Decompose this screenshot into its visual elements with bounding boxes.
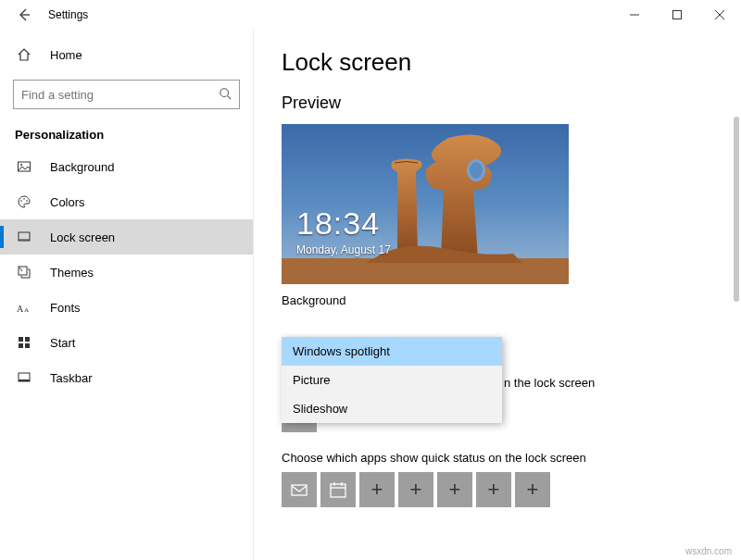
- quick-status-tile-mail[interactable]: [282, 472, 317, 507]
- minimize-icon: [630, 10, 639, 19]
- search-box[interactable]: [13, 80, 240, 109]
- svg-text:A: A: [24, 306, 29, 314]
- search-icon: [219, 87, 232, 103]
- sidebar-item-fonts[interactable]: AA Fonts: [0, 290, 253, 325]
- scrollbar[interactable]: [734, 117, 739, 302]
- quick-status-tile-calendar[interactable]: [320, 472, 356, 507]
- svg-rect-32: [331, 484, 345, 497]
- themes-icon: [15, 263, 33, 281]
- nav-label: Background: [50, 160, 114, 174]
- sidebar-item-lock-screen[interactable]: Lock screen: [0, 219, 253, 255]
- category-title: Personalization: [0, 113, 253, 149]
- nav-label: Colors: [50, 195, 85, 209]
- background-dropdown[interactable]: Windows spotlight Picture Slideshow: [282, 337, 502, 423]
- sidebar-item-themes[interactable]: Themes: [0, 255, 253, 290]
- start-icon: [15, 333, 33, 352]
- window-title: Settings: [48, 8, 88, 21]
- arrow-left-icon: [17, 7, 31, 22]
- nav-label: Start: [50, 336, 75, 350]
- back-button[interactable]: [6, 0, 43, 30]
- svg-rect-17: [19, 337, 23, 342]
- sidebar-item-start[interactable]: Start: [0, 325, 253, 360]
- maximize-button[interactable]: [656, 0, 698, 30]
- dropdown-option-spotlight[interactable]: Windows spotlight: [282, 337, 502, 366]
- quick-status-label: Choose which apps show quick status on t…: [282, 451, 728, 465]
- nav-label: Lock screen: [50, 230, 115, 244]
- watermark: wsxdn.com: [685, 546, 732, 556]
- svg-rect-18: [25, 337, 30, 342]
- search-input[interactable]: [21, 88, 219, 102]
- sidebar: Home Personalization Background Colors: [0, 30, 254, 560]
- titlebar: Settings: [0, 0, 741, 30]
- sidebar-item-background[interactable]: Background: [0, 149, 253, 184]
- svg-point-8: [20, 164, 22, 166]
- palette-icon: [15, 193, 33, 211]
- svg-rect-31: [292, 485, 307, 495]
- quick-status-add-tile[interactable]: [515, 472, 550, 507]
- svg-point-26: [470, 162, 483, 179]
- svg-rect-2: [673, 11, 682, 19]
- sidebar-home[interactable]: Home: [0, 37, 253, 72]
- quick-status-add-tile[interactable]: [476, 472, 511, 507]
- quick-status-add-tile[interactable]: [359, 472, 395, 507]
- sidebar-item-colors[interactable]: Colors: [0, 184, 253, 219]
- svg-point-10: [23, 198, 25, 200]
- svg-rect-19: [19, 343, 23, 348]
- nav-label: Taskbar: [50, 371, 93, 385]
- content: Lock screen Preview: [254, 30, 741, 560]
- close-button[interactable]: [698, 0, 741, 30]
- maximize-icon: [672, 10, 682, 19]
- page-title: Lock screen: [282, 48, 728, 77]
- lock-screen-preview: 18:34 Monday, August 17: [282, 124, 569, 284]
- home-icon: [15, 45, 33, 64]
- svg-line-6: [228, 95, 232, 99]
- quick-status-row: [282, 472, 728, 507]
- picture-icon: [15, 157, 33, 176]
- preview-label: Preview: [282, 93, 728, 113]
- home-label: Home: [50, 48, 82, 62]
- dropdown-option-picture[interactable]: Picture: [282, 366, 502, 394]
- background-label: Background: [282, 293, 728, 307]
- close-icon: [715, 10, 724, 19]
- mail-icon: [290, 480, 308, 499]
- quick-status-add-tile[interactable]: [398, 472, 433, 507]
- fonts-icon: AA: [15, 298, 33, 317]
- nav-label: Fonts: [50, 301, 81, 315]
- preview-image: [282, 124, 569, 284]
- dropdown-option-slideshow[interactable]: Slideshow: [282, 394, 502, 423]
- lock-screen-icon: [15, 228, 33, 246]
- calendar-icon: [329, 480, 347, 499]
- svg-point-11: [26, 200, 28, 202]
- preview-time: 18:34: [296, 205, 391, 242]
- taskbar-icon: [15, 368, 33, 387]
- sidebar-item-taskbar[interactable]: Taskbar: [0, 360, 253, 395]
- nav-label: Themes: [50, 266, 94, 280]
- svg-point-9: [20, 200, 22, 202]
- svg-text:A: A: [17, 304, 24, 314]
- svg-rect-22: [19, 380, 30, 381]
- minimize-button[interactable]: [613, 0, 656, 30]
- window-controls: [613, 0, 741, 30]
- quick-status-add-tile[interactable]: [437, 472, 472, 507]
- preview-date: Monday, August 17: [296, 243, 391, 256]
- svg-rect-20: [25, 343, 30, 348]
- svg-point-5: [220, 88, 229, 96]
